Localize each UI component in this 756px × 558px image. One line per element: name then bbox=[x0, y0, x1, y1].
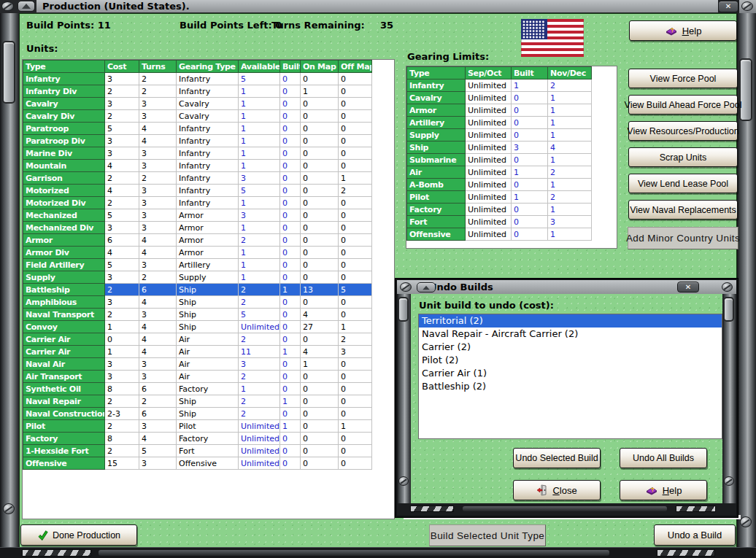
value-cell[interactable]: 5 bbox=[105, 123, 139, 135]
value-cell[interactable]: 0 bbox=[512, 228, 548, 241]
unit-type-cell[interactable]: Naval Repair bbox=[23, 395, 105, 408]
value-cell[interactable]: Armor bbox=[177, 222, 239, 234]
value-cell[interactable]: 13 bbox=[301, 284, 339, 296]
unit-type-cell[interactable]: Mechanized bbox=[23, 209, 105, 222]
value-cell[interactable]: Unlimited bbox=[466, 179, 512, 191]
value-cell[interactable]: 4 bbox=[139, 333, 177, 346]
value-cell[interactable]: Infantry bbox=[177, 160, 239, 172]
table-row[interactable]: Infantry32Infantry5000 bbox=[23, 73, 372, 85]
table-row[interactable]: Amphibious34Ship2000 bbox=[23, 296, 372, 309]
value-cell[interactable]: 3 bbox=[139, 371, 177, 383]
value-cell[interactable]: Ship bbox=[177, 296, 239, 309]
value-cell[interactable]: 4 bbox=[139, 135, 177, 147]
value-cell[interactable]: 1 bbox=[339, 420, 372, 433]
value-cell[interactable]: Unlimited bbox=[466, 166, 512, 179]
value-cell[interactable]: Air bbox=[177, 333, 239, 346]
unit-type-cell[interactable]: Infantry bbox=[407, 80, 466, 92]
unit-type-cell[interactable]: Ship bbox=[407, 142, 466, 154]
dialog-restore-button[interactable] bbox=[417, 282, 436, 292]
value-cell[interactable]: 2 bbox=[139, 73, 177, 85]
value-cell[interactable]: 3 bbox=[139, 358, 177, 371]
value-cell[interactable]: 3 bbox=[139, 222, 177, 234]
value-cell[interactable]: Infantry bbox=[177, 135, 239, 147]
value-cell[interactable]: 0 bbox=[512, 204, 548, 216]
value-cell[interactable]: 2 bbox=[105, 420, 139, 433]
value-cell[interactable]: 0 bbox=[339, 309, 372, 321]
undo-list-item[interactable]: Carrier (2) bbox=[419, 341, 722, 354]
value-cell[interactable]: 0 bbox=[339, 209, 372, 222]
value-cell[interactable]: 0 bbox=[301, 457, 339, 470]
value-cell[interactable]: Infantry bbox=[177, 73, 239, 85]
value-cell[interactable]: 3 bbox=[139, 197, 177, 209]
table-row[interactable]: Cavalry33Cavalry1000 bbox=[23, 98, 372, 110]
value-cell[interactable]: 2 bbox=[339, 185, 372, 197]
value-cell[interactable]: 0 bbox=[301, 160, 339, 172]
value-cell[interactable]: 1 bbox=[548, 129, 592, 142]
scrap-units-button[interactable]: Scrap Units bbox=[628, 147, 738, 167]
done-production-button[interactable]: Done Production bbox=[20, 524, 137, 546]
unit-type-cell[interactable]: Motorized Div bbox=[23, 197, 105, 209]
value-cell[interactable]: 0 bbox=[280, 457, 301, 470]
table-row[interactable]: Offensive153OffensiveUnlimited000 bbox=[23, 457, 372, 470]
table-row[interactable]: Supply32Supply1000 bbox=[23, 271, 372, 284]
unit-type-cell[interactable]: A-Bomb bbox=[407, 179, 466, 191]
unit-type-cell[interactable]: Air bbox=[407, 166, 466, 179]
value-cell[interactable]: 1 bbox=[239, 123, 280, 135]
unit-type-cell[interactable]: Offensive bbox=[23, 457, 105, 470]
view-lend-lease-pool-button[interactable]: View Lend Lease Pool bbox=[628, 174, 738, 193]
value-cell[interactable]: 2 bbox=[339, 333, 372, 346]
value-cell[interactable]: 0 bbox=[512, 117, 548, 129]
unit-type-cell[interactable]: 1-Hexside Fort bbox=[23, 445, 105, 457]
table-row[interactable]: Naval Construction2-36Ship2000 bbox=[23, 408, 372, 420]
window-titlebar[interactable]: Production (United States). bbox=[36, 0, 718, 13]
value-cell[interactable]: 0 bbox=[301, 209, 339, 222]
value-cell[interactable]: 3 bbox=[512, 142, 548, 154]
value-cell[interactable]: 0 bbox=[339, 383, 372, 395]
value-cell[interactable]: 6 bbox=[105, 234, 139, 247]
value-cell[interactable]: Infantry bbox=[177, 172, 239, 185]
value-cell[interactable]: 3 bbox=[548, 216, 592, 228]
value-cell[interactable]: 0 bbox=[280, 247, 301, 259]
value-cell[interactable]: 0 bbox=[339, 271, 372, 284]
value-cell[interactable]: 4 bbox=[139, 123, 177, 135]
value-cell[interactable]: 1 bbox=[239, 98, 280, 110]
value-cell[interactable]: 1 bbox=[280, 395, 301, 408]
undo-list-item[interactable]: Naval Repair - Aircraft Carrier (2) bbox=[419, 328, 722, 341]
value-cell[interactable]: Infantry bbox=[177, 185, 239, 197]
value-cell[interactable]: 6 bbox=[139, 284, 177, 296]
undo-list-item[interactable]: Carrier Air (1) bbox=[419, 367, 722, 380]
value-cell[interactable]: Unlimited bbox=[466, 154, 512, 166]
unit-type-cell[interactable]: Mechanized Div bbox=[23, 222, 105, 234]
units-table[interactable]: TypeCostTurnsGearing TypeAvailableBuiltO… bbox=[23, 60, 372, 470]
value-cell[interactable]: 3 bbox=[105, 358, 139, 371]
value-cell[interactable]: 0 bbox=[339, 296, 372, 309]
value-cell[interactable]: 0 bbox=[301, 247, 339, 259]
value-cell[interactable]: 0 bbox=[301, 98, 339, 110]
value-cell[interactable]: 0 bbox=[301, 333, 339, 346]
value-cell[interactable]: 0 bbox=[301, 110, 339, 123]
value-cell[interactable]: 0 bbox=[280, 433, 301, 445]
value-cell[interactable]: 0 bbox=[280, 160, 301, 172]
value-cell[interactable]: 1 bbox=[239, 222, 280, 234]
value-cell[interactable]: 0 bbox=[301, 135, 339, 147]
value-cell[interactable]: 0 bbox=[301, 73, 339, 85]
table-row[interactable]: A-BombUnlimited01 bbox=[407, 179, 592, 191]
table-row[interactable]: Infantry Div22Infantry1010 bbox=[23, 85, 372, 98]
unit-type-cell[interactable]: Infantry Div bbox=[23, 85, 105, 98]
value-cell[interactable]: 0 bbox=[280, 309, 301, 321]
value-cell[interactable]: 0 bbox=[339, 457, 372, 470]
table-row[interactable]: Naval Repair22Ship2100 bbox=[23, 395, 372, 408]
rail-slider[interactable] bbox=[739, 58, 752, 121]
value-cell[interactable]: 1 bbox=[512, 80, 548, 92]
value-cell[interactable]: 1 bbox=[301, 85, 339, 98]
value-cell[interactable]: 0 bbox=[280, 259, 301, 271]
table-row[interactable]: Air Transport33Air2000 bbox=[23, 371, 372, 383]
value-cell[interactable]: 0 bbox=[301, 172, 339, 185]
value-cell[interactable]: 4 bbox=[301, 309, 339, 321]
value-cell[interactable]: 0 bbox=[339, 110, 372, 123]
table-row[interactable]: Paratroop54Infantry1000 bbox=[23, 123, 372, 135]
add-minor-country-units-button[interactable]: Add Minor Country Units bbox=[628, 227, 738, 249]
value-cell[interactable]: Offensive bbox=[177, 457, 239, 470]
value-cell[interactable]: Factory bbox=[177, 383, 239, 395]
table-row[interactable]: Armor Div44Armor1000 bbox=[23, 247, 372, 259]
